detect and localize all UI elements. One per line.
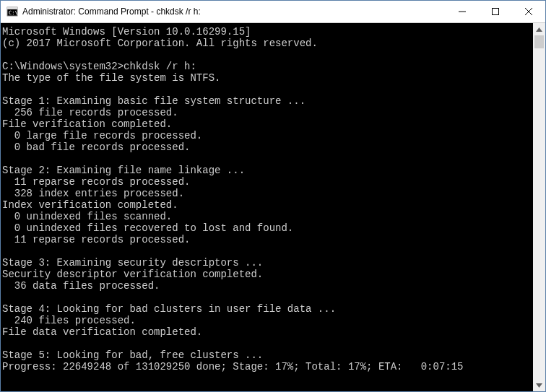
cmd-icon: C:\: [6, 6, 18, 17]
scrollbar-track[interactable]: [533, 35, 545, 379]
svg-rect-1: [7, 7, 17, 9]
console-output[interactable]: Microsoft Windows [Version 10.0.16299.15…: [1, 23, 533, 391]
close-button[interactable]: [512, 1, 545, 22]
scrollbar-thumb[interactable]: [534, 35, 544, 48]
window-title: Administrator: Command Prompt - chkdsk /…: [22, 6, 201, 17]
vertical-scrollbar[interactable]: [533, 23, 545, 391]
svg-marker-7: [536, 27, 542, 32]
maximize-button[interactable]: [479, 1, 512, 22]
scroll-down-button[interactable]: [533, 379, 545, 391]
window-controls: [446, 1, 545, 22]
scroll-up-button[interactable]: [533, 23, 545, 35]
svg-rect-4: [493, 9, 499, 15]
minimize-button[interactable]: [446, 1, 479, 22]
svg-text:C:\: C:\: [9, 10, 18, 16]
svg-marker-8: [536, 383, 542, 388]
window-titlebar[interactable]: C:\ Administrator: Command Prompt - chkd…: [1, 1, 545, 23]
console-area: Microsoft Windows [Version 10.0.16299.15…: [1, 23, 545, 391]
